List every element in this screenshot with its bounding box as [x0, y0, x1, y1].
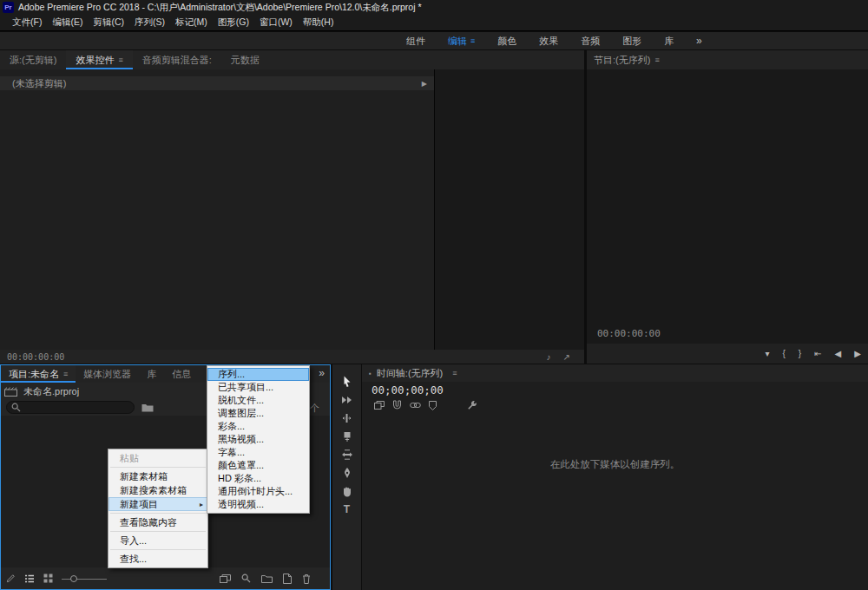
add-marker-icon[interactable]: ▾ — [765, 349, 769, 358]
project-context-menu: 粘贴 新建素材箱 新建搜索素材箱 新建项目 ▸ 查看隐藏内容 导入... 查找.… — [108, 449, 208, 568]
workspace-tab-color[interactable]: 颜色 — [486, 32, 528, 49]
workspace-tabs: 组件 编辑 ≡ 颜色 效果 音频 图形 库 — [395, 32, 685, 49]
submenu-item-hd-bars[interactable]: HD 彩条... — [207, 472, 309, 485]
submenu-item-black-video[interactable]: 黑场视频... — [207, 433, 309, 446]
zoom-slider[interactable] — [62, 574, 107, 584]
project-search-box[interactable] — [6, 401, 135, 414]
workspace-tab-assembly[interactable]: 组件 — [395, 32, 437, 49]
timeline-settings-icon[interactable] — [467, 400, 477, 410]
tab-effect-controls[interactable]: 效果控件 ≡ — [66, 50, 132, 69]
icon-view-icon[interactable] — [43, 574, 53, 583]
submenu-item-offline-file[interactable]: 脱机文件... — [207, 394, 309, 407]
automate-to-sequence-icon[interactable] — [220, 574, 231, 584]
menu-item-import[interactable]: 导入... — [108, 534, 207, 547]
audio-only-icon[interactable]: ♪ — [547, 352, 551, 362]
workspace-overflow-icon[interactable]: » — [696, 35, 702, 47]
workspace-menu-icon[interactable]: ≡ — [470, 36, 475, 45]
new-item-submenu: 序列... 已共享项目... 脱机文件... 调整图层... 彩条... 黑场视… — [207, 365, 310, 514]
tab-media-browser[interactable]: 媒体浏览器 — [76, 365, 139, 383]
workspace-tab-libraries[interactable]: 库 — [653, 32, 685, 49]
play-icon[interactable]: ▶ — [854, 349, 861, 358]
timeline-view-arrow-icon[interactable]: ▶ — [422, 80, 427, 88]
tab-effect-controls-label: 效果控件 — [76, 54, 114, 67]
menu-clip[interactable]: 剪辑(C) — [88, 16, 129, 29]
menu-help[interactable]: 帮助(H) — [298, 16, 339, 29]
menu-item-paste: 粘贴 — [108, 451, 207, 465]
hand-tool[interactable] — [339, 484, 355, 498]
project-file-name: 未命名.prproj — [23, 385, 79, 398]
effect-controls-timeline-area — [434, 69, 584, 350]
menu-item-new-item[interactable]: 新建项目 ▸ — [108, 497, 207, 511]
slip-tool[interactable] — [339, 448, 355, 462]
timeline-timecode[interactable]: 00;00;00;00 — [372, 384, 444, 397]
workspace-tab-audio[interactable]: 音频 — [569, 32, 611, 49]
search-input[interactable] — [24, 403, 129, 412]
nest-insert-icon[interactable] — [374, 401, 385, 410]
track-select-tool[interactable] — [339, 393, 355, 407]
submenu-item-shared-project[interactable]: 已共享项目... — [207, 381, 309, 394]
program-transport-bar: ▾ { } ⇤ ◀ ▶ — [587, 344, 868, 364]
timeline-toolbar — [374, 400, 477, 410]
menu-markers[interactable]: 标记(M) — [170, 16, 213, 29]
submenu-item-captions[interactable]: 字幕... — [207, 446, 309, 459]
effect-controls-clip-header: (未选择剪辑) ▶ — [0, 76, 434, 90]
workspace-bar: 组件 编辑 ≡ 颜色 效果 音频 图形 库 » — [0, 32, 868, 49]
submenu-item-universal-counting-leader[interactable]: 通用倒计时片头... — [207, 485, 309, 498]
linked-selection-icon[interactable] — [410, 402, 421, 409]
selection-tool[interactable] — [339, 375, 355, 389]
workspace-tab-effects[interactable]: 效果 — [528, 32, 569, 49]
new-item-icon[interactable] — [283, 574, 292, 584]
submenu-item-bars-and-tone[interactable]: 彩条... — [207, 420, 309, 433]
list-view-icon[interactable] — [24, 574, 35, 583]
menu-edit[interactable]: 编辑(E) — [47, 16, 88, 29]
project-writable-icon[interactable] — [6, 574, 16, 583]
effect-controls-timecode[interactable]: 00:00:00:00 — [7, 352, 64, 362]
clear-icon[interactable] — [302, 574, 311, 584]
workspace-tab-graphics[interactable]: 图形 — [611, 32, 653, 49]
app-icon: Pr — [3, 2, 14, 13]
submenu-item-sequence[interactable]: 序列... — [207, 368, 309, 381]
go-to-in-icon[interactable]: ⇤ — [814, 349, 821, 358]
bin-navigation-icon[interactable] — [141, 403, 154, 412]
menu-window[interactable]: 窗口(W) — [254, 16, 298, 29]
snap-icon[interactable] — [392, 400, 402, 410]
effect-controls-menu-icon[interactable]: ≡ — [118, 56, 122, 64]
menu-file[interactable]: 文件(F) — [7, 16, 47, 29]
pan-zoom-icon[interactable]: ↗ — [563, 352, 570, 362]
project-overflow-icon[interactable]: » — [319, 367, 325, 379]
tab-source-monitor[interactable]: 源:(无剪辑) — [0, 50, 66, 69]
menu-item-new-bin[interactable]: 新建素材箱 — [108, 469, 207, 483]
step-back-icon[interactable]: ◀ — [835, 349, 842, 358]
find-icon[interactable] — [241, 574, 251, 584]
tab-metadata[interactable]: 元数据 — [221, 50, 269, 69]
menu-item-find[interactable]: 查找... — [108, 552, 207, 566]
menu-item-view-hidden[interactable]: 查看隐藏内容 — [108, 515, 207, 529]
program-monitor-panel: 节目:(无序列) ≡ 00:00:00:00 ▾ { } ⇤ ◀ ▶ — [587, 50, 868, 364]
timeline-menu-icon[interactable]: ≡ — [452, 369, 457, 377]
tab-libraries[interactable]: 库 — [139, 365, 164, 383]
ripple-edit-tool[interactable] — [339, 411, 355, 425]
submenu-item-transparent-video[interactable]: 透明视频... — [207, 498, 309, 511]
workspace-tab-editing[interactable]: 编辑 ≡ — [437, 32, 486, 49]
program-monitor-menu-icon[interactable]: ≡ — [654, 56, 659, 64]
submenu-item-color-matte[interactable]: 颜色遮罩... — [207, 459, 309, 472]
project-menu-icon[interactable]: ≡ — [63, 370, 68, 378]
razor-tool[interactable] — [339, 429, 355, 443]
menu-graphics[interactable]: 图形(G) — [213, 16, 254, 29]
tab-project-label: 项目:未命名 — [9, 368, 59, 381]
project-file-row[interactable]: 未命名.prproj — [4, 385, 79, 398]
type-tool[interactable]: T — [339, 502, 355, 516]
submenu-item-adjustment-layer[interactable]: 调整图层... — [207, 407, 309, 420]
menu-sequence[interactable]: 序列(S) — [129, 16, 170, 29]
mark-in-icon[interactable]: { — [783, 349, 786, 358]
new-bin-icon[interactable] — [261, 574, 273, 584]
effect-controls-footer: 00:00:00:00 ♪ ↗ — [0, 350, 584, 364]
tab-info[interactable]: 信息 — [164, 365, 199, 383]
tab-project[interactable]: 项目:未命名 ≡ — [1, 365, 76, 383]
program-timecode[interactable]: 00:00:00:00 — [597, 328, 661, 339]
mark-out-icon[interactable]: } — [799, 349, 801, 358]
timeline-marker-icon[interactable] — [429, 401, 437, 410]
tab-audio-clip-mixer[interactable]: 音频剪辑混合器: — [133, 50, 221, 69]
menu-item-new-search-bin[interactable]: 新建搜索素材箱 — [108, 483, 207, 497]
pen-tool[interactable] — [339, 466, 355, 480]
